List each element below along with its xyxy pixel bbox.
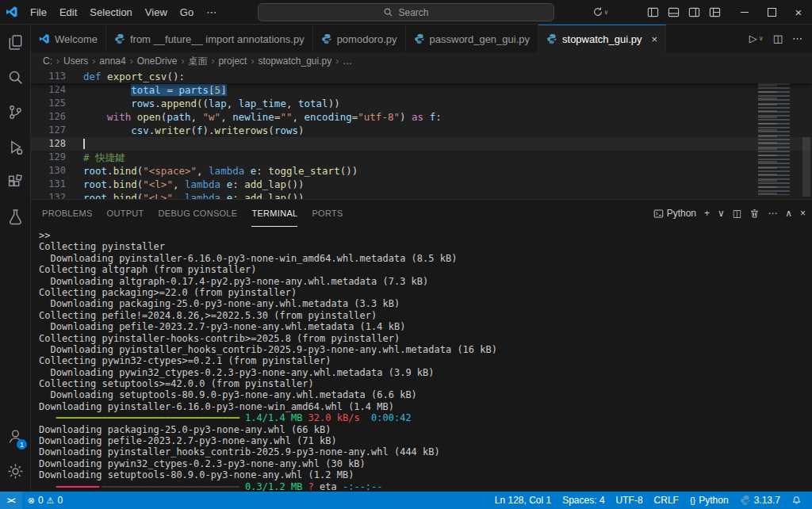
chevron-right-icon: › — [178, 55, 187, 67]
vscode-icon — [39, 33, 50, 44]
terminal-line: Collecting altgraph (from pyinstaller) — [39, 264, 812, 275]
line-number[interactable]: 129 — [31, 151, 83, 164]
tab-welcome[interactable]: Welcome — [31, 25, 106, 52]
activity-testing[interactable] — [0, 199, 30, 234]
text-cursor — [83, 139, 85, 149]
activity-manage[interactable] — [0, 454, 30, 488]
status-indentation[interactable]: Spaces: 4 — [557, 492, 610, 509]
title-bar-right: ∨ × — [590, 0, 812, 24]
terminal-line: Collecting packaging>=22.0 (from pyinsta… — [39, 287, 812, 298]
line-number[interactable]: 124 — [31, 83, 83, 97]
remote-indicator[interactable]: >< — [0, 492, 22, 509]
terminal-profile-button[interactable]: Python — [653, 208, 696, 219]
line-number[interactable]: 130 — [31, 164, 83, 178]
customize-layout-icon[interactable] — [704, 6, 725, 18]
menu-more[interactable]: ⋯ — [200, 0, 223, 24]
breadcrumb-item[interactable]: anna4 — [98, 55, 126, 67]
breadcrumb-item[interactable]: stopwatch_gui.py — [257, 55, 332, 67]
panel-tab-output[interactable]: OUTPUT — [107, 200, 144, 227]
activity-search[interactable] — [0, 59, 30, 94]
toggle-secondary-sidebar-icon[interactable] — [684, 6, 704, 18]
menu-go[interactable]: Go — [174, 0, 200, 24]
status-label: 3.13.7 — [754, 495, 780, 506]
toggle-panel-icon[interactable] — [663, 6, 684, 18]
breadcrumb-item[interactable]: project — [217, 55, 247, 67]
panel-tab-debug-console[interactable]: DEBUG CONSOLE — [159, 200, 238, 227]
split-terminal-button[interactable]: ◫ — [733, 208, 741, 219]
search-icon — [383, 7, 393, 17]
breadcrumb-item[interactable]: C: — [42, 55, 53, 67]
editor[interactable]: 113def export_csv(): 124 total = parts[5… — [31, 70, 812, 199]
status-python-interpreter[interactable]: 3.13.7 — [734, 492, 786, 509]
status-eol[interactable]: CRLF — [649, 492, 684, 509]
panel-tab-ports[interactable]: PORTS — [312, 200, 343, 227]
activity-run-and-debug[interactable] — [0, 129, 30, 164]
menu-view[interactable]: View — [139, 0, 174, 24]
close-panel-button[interactable]: × — [800, 208, 806, 219]
menu-file[interactable]: File — [24, 0, 53, 24]
terminal-line: ━━━━━━━╸━━━━━━━━━━━━━━━━━━━━━━━━ 0.3/1.2… — [39, 481, 812, 492]
maximize-button[interactable] — [758, 0, 785, 24]
command-center-search[interactable]: Search — [258, 3, 554, 21]
tab-from-future-import-annotations-py[interactable]: from __future__ import annotations.py — [106, 25, 313, 52]
vscode-window: FileEditSelectionViewGo⋯ ← → Search ∨ — [0, 0, 812, 509]
code-text: rows.append((lap, lap_time, total)) — [83, 97, 340, 110]
minimap[interactable] — [755, 70, 801, 199]
search-icon — [7, 69, 24, 86]
maximize-panel-button-glyph: ∧ — [785, 208, 792, 219]
panel-tab-terminal[interactable]: TERMINAL — [251, 200, 297, 227]
tab-stopwatch-gui-py[interactable]: stopwatch_gui.py× — [538, 25, 666, 52]
tab-pomodoro-py[interactable]: pomodoro.py — [313, 25, 406, 52]
new-terminal-button[interactable]: + — [704, 208, 710, 219]
testing-icon — [7, 209, 24, 225]
editor-more-actions-button[interactable]: ⋯ — [792, 33, 802, 44]
menu-edit[interactable]: Edit — [53, 0, 83, 24]
editor-scrollbar[interactable] — [801, 70, 812, 199]
panel-more-actions-button[interactable]: ⋯ — [768, 208, 777, 219]
line-number[interactable]: 128 — [31, 137, 83, 151]
breadcrumb-item[interactable]: … — [342, 55, 353, 67]
line-number[interactable]: 131 — [31, 178, 83, 191]
explorer-icon — [7, 34, 24, 51]
problems-indicator[interactable]: ⊗0⚠0 — [22, 492, 68, 509]
close-button[interactable]: × — [785, 0, 812, 24]
maximize-panel-button[interactable]: ∧ — [785, 208, 792, 219]
activity-bar: 1 — [0, 25, 31, 492]
code-text — [83, 137, 85, 151]
python-icon — [740, 495, 751, 506]
activity-extensions[interactable] — [0, 164, 30, 199]
scrollbar-slider[interactable] — [802, 137, 810, 197]
terminal-profile-dropdown[interactable]: ∨ — [718, 208, 725, 219]
code-text: # 快捷鍵 — [83, 151, 125, 164]
panel-tab-problems[interactable]: PROBLEMS — [42, 200, 93, 227]
activity-accounts[interactable]: 1 — [0, 419, 30, 454]
terminal-body[interactable]: >>Collecting pyinstaller Downloading pyi… — [31, 227, 812, 492]
activity-source-control[interactable] — [0, 94, 30, 129]
status-language-mode[interactable]: {}Python — [684, 492, 734, 509]
line-number[interactable]: 125 — [31, 97, 83, 110]
breadcrumb-item[interactable]: Users — [63, 55, 89, 67]
activity-explorer[interactable] — [0, 25, 30, 59]
sync-dropdown-button[interactable]: ∨ — [590, 0, 611, 24]
status-notifications[interactable] — [786, 492, 807, 509]
line-number[interactable]: 132 — [31, 191, 83, 199]
terminal-line: Downloading packaging-25.0-py3-none-any.… — [39, 424, 812, 435]
code-text: root.bind("<l>", lambda e: add_lap()) — [83, 178, 304, 191]
status-cursor-position[interactable]: Ln 128, Col 1 — [489, 492, 557, 509]
breadcrumb-item[interactable]: OneDrive — [136, 55, 178, 67]
terminal-line: Collecting pefile!=2024.8.26,>=2022.5.30… — [39, 310, 812, 321]
split-editor-button[interactable]: ◫ — [773, 33, 783, 44]
kill-terminal-button[interactable] — [749, 209, 760, 219]
line-number[interactable]: 127 — [31, 124, 83, 137]
line-number[interactable]: 126 — [31, 110, 83, 124]
close-icon[interactable]: × — [651, 33, 657, 45]
breadcrumb-item[interactable]: 桌面 — [187, 55, 208, 68]
status-encoding[interactable]: UTF-8 — [611, 492, 649, 509]
terminal-line: Downloading setuptools-80.9.0-py3-none-a… — [39, 469, 812, 480]
toggle-sidebar-icon[interactable] — [642, 6, 663, 18]
minimize-button[interactable] — [731, 0, 758, 24]
tab-password-gen-gui-py[interactable]: password_gen_gui.py — [406, 25, 538, 52]
menu-selection[interactable]: Selection — [83, 0, 138, 24]
line-number[interactable]: 113 — [31, 70, 83, 83]
run-python-file-button[interactable]: ▷ ∨ — [749, 33, 764, 44]
